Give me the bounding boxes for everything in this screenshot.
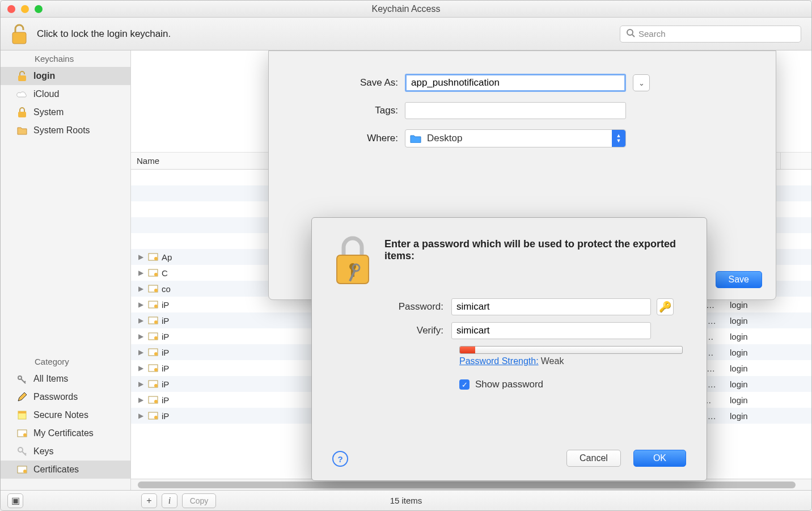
cell-keychain: login xyxy=(724,332,781,341)
cancel-button[interactable]: Cancel xyxy=(566,450,621,467)
keychain-item-system-roots[interactable]: System Roots xyxy=(1,121,130,140)
chevron-down-icon: ⌄ xyxy=(638,79,645,87)
cell-keychain: login xyxy=(724,411,781,421)
search-field[interactable]: Search xyxy=(620,26,801,43)
keychain-item-icloud[interactable]: iCloud xyxy=(1,85,130,103)
cell-name: iP xyxy=(162,316,169,326)
password-assistant-button[interactable]: 🔑 xyxy=(657,298,674,315)
disclosure-triangle-icon[interactable]: ▶ xyxy=(137,348,145,356)
help-button[interactable]: ? xyxy=(332,451,348,467)
unlocked-padlock-icon[interactable] xyxy=(11,23,28,45)
unlocked-padlock-icon xyxy=(16,70,28,82)
verify-label: Verify: xyxy=(332,325,451,336)
category-item-all-items[interactable]: All Items xyxy=(1,370,130,388)
ok-button[interactable]: OK xyxy=(633,450,686,467)
disclosure-triangle-icon[interactable]: ▶ xyxy=(137,396,145,404)
certificate-icon xyxy=(148,363,158,373)
svg-rect-3 xyxy=(18,75,26,81)
disclosure-triangle-icon[interactable]: ▶ xyxy=(137,364,145,372)
updown-arrows-icon: ▲▼ xyxy=(612,130,625,147)
cell-name: iP xyxy=(162,332,169,341)
show-password-checkbox[interactable]: ✓ xyxy=(459,379,470,390)
category-item-label: Secure Notes xyxy=(33,410,88,420)
tags-label: Tags: xyxy=(269,105,405,116)
certificate-icon xyxy=(148,252,158,262)
disclosure-triangle-icon[interactable]: ▶ xyxy=(137,253,145,261)
certificate-icon xyxy=(148,411,158,421)
disclosure-triangle-icon[interactable]: ▶ xyxy=(137,412,145,420)
expand-save-panel-button[interactable]: ⌄ xyxy=(633,74,650,91)
cell-keychain: login xyxy=(724,395,781,405)
disclosure-triangle-icon[interactable]: ▶ xyxy=(137,316,145,324)
category-item-label: Keys xyxy=(33,446,54,457)
password-strength-link[interactable]: Password Strength: xyxy=(459,356,539,366)
search-placeholder: Search xyxy=(638,29,666,39)
category-item-label: Certificates xyxy=(33,464,79,475)
disclosure-triangle-icon[interactable]: ▶ xyxy=(137,332,145,340)
folder-icon xyxy=(16,125,28,136)
info-icon: i xyxy=(168,496,171,506)
keychain-item-login[interactable]: login xyxy=(1,67,130,85)
cell-name: iP xyxy=(162,395,169,405)
certificate-icon xyxy=(148,315,158,326)
svg-point-34 xyxy=(154,416,158,419)
svg-point-14 xyxy=(154,257,158,260)
svg-point-12 xyxy=(23,470,27,473)
disclosure-triangle-icon[interactable]: ▶ xyxy=(137,269,145,277)
svg-point-20 xyxy=(154,305,158,308)
category-item-secure-notes[interactable]: Secure Notes xyxy=(1,406,130,424)
cell-name: iP xyxy=(162,300,169,310)
cell-keychain: login xyxy=(724,348,781,357)
save-as-input[interactable] xyxy=(405,74,626,92)
keychain-item-system[interactable]: System xyxy=(1,103,130,121)
save-as-label: Save As: xyxy=(269,77,405,88)
cell-name: Ap xyxy=(162,252,172,262)
grid-icon: ▣ xyxy=(11,495,20,506)
dialog-message: Enter a password which will be used to p… xyxy=(384,235,686,287)
sidebar: Keychains loginiCloudSystemSystem Roots … xyxy=(1,50,131,490)
add-button[interactable]: + xyxy=(141,493,157,508)
save-button[interactable]: Save xyxy=(716,271,762,288)
where-select[interactable]: Desktop ▲▼ xyxy=(405,129,626,147)
password-input[interactable] xyxy=(451,298,651,315)
copy-button[interactable]: Copy xyxy=(182,493,216,508)
cell-name: co xyxy=(162,284,171,294)
svg-point-32 xyxy=(154,400,158,403)
cell-name: C xyxy=(162,268,168,278)
svg-point-16 xyxy=(154,273,158,276)
certificate-icon xyxy=(148,395,158,405)
svg-point-30 xyxy=(154,384,158,387)
disclosure-triangle-icon[interactable]: ▶ xyxy=(137,380,145,388)
category-item-passwords[interactable]: Passwords xyxy=(1,388,130,406)
view-toggle-button[interactable]: ▣ xyxy=(7,493,23,508)
folder-icon xyxy=(410,134,421,143)
certificate-icon xyxy=(148,299,158,310)
category-item-my-certificates[interactable]: My Certificates xyxy=(1,424,130,442)
category-header: Category xyxy=(1,353,130,370)
category-item-label: Passwords xyxy=(33,392,78,402)
pencil-icon xyxy=(16,391,28,403)
info-button[interactable]: i xyxy=(162,493,177,508)
disclosure-triangle-icon[interactable]: ▶ xyxy=(137,301,145,309)
category-item-certificates[interactable]: Certificates xyxy=(1,461,130,479)
cell-name: iP xyxy=(162,348,169,357)
keychain-item-label: iCloud xyxy=(33,89,59,99)
status-bar: ▣ + i Copy 15 items xyxy=(1,490,811,510)
svg-point-18 xyxy=(154,289,158,292)
svg-point-9 xyxy=(23,433,27,437)
tags-input[interactable] xyxy=(405,102,626,119)
certificate-icon xyxy=(148,284,158,294)
verify-input[interactable] xyxy=(451,322,651,339)
disclosure-triangle-icon[interactable]: ▶ xyxy=(137,285,145,293)
certificate-icon xyxy=(148,347,158,357)
password-label: Password: xyxy=(332,301,451,312)
item-count-label: 15 items xyxy=(0,496,812,505)
cloud-icon xyxy=(16,88,28,100)
category-item-keys[interactable]: Keys xyxy=(1,442,130,461)
category-item-label: All Items xyxy=(33,374,68,384)
export-password-dialog: Enter a password which will be used to p… xyxy=(311,217,707,481)
keychain-item-label: login xyxy=(33,71,55,81)
certificate-icon xyxy=(148,268,158,278)
keychain-item-label: System Roots xyxy=(33,125,90,136)
plus-icon: + xyxy=(146,496,151,506)
